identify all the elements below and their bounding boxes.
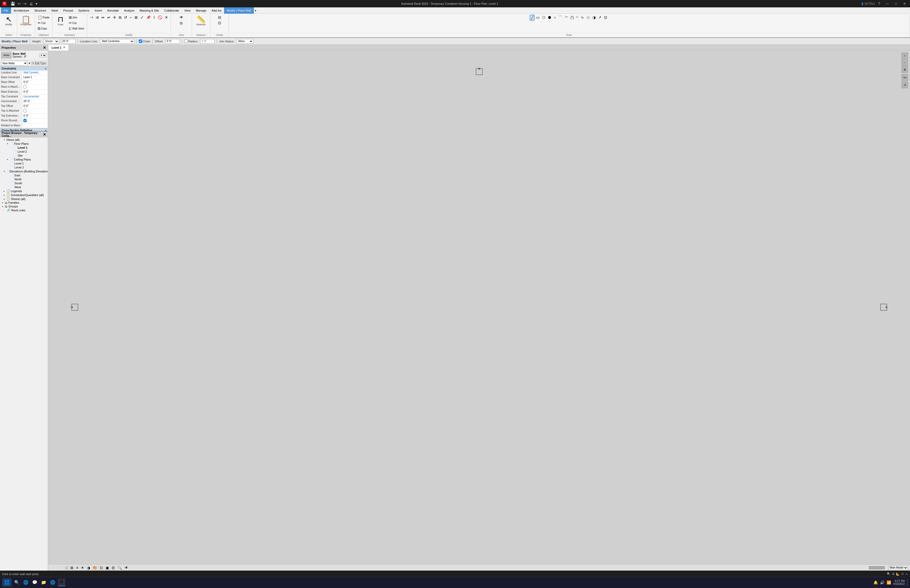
- prop-instance-select[interactable]: New Walls: [1, 61, 27, 66]
- menu-modify-place-wall[interactable]: Modify | Place Wall: [224, 7, 254, 14]
- copy-modify-btn[interactable]: ⧉: [118, 15, 123, 20]
- temp-hide-btn[interactable]: 🔍: [117, 565, 123, 570]
- canvas[interactable]: + − ⊞ Top ↺: [48, 50, 910, 564]
- qa-print[interactable]: 🖨: [28, 1, 34, 6]
- hide-element-btn[interactable]: 👁: [178, 15, 184, 20]
- annotation-crop-btn[interactable]: ⊟: [111, 565, 115, 570]
- zoom-in-btn[interactable]: +: [902, 53, 908, 59]
- circle-btn[interactable]: ○: [553, 15, 557, 20]
- mirror-draw-btn[interactable]: ⇌: [106, 15, 112, 20]
- cope-btn[interactable]: ⊓ Cope: [54, 15, 67, 27]
- start-end-arc-btn[interactable]: ⌒: [558, 15, 563, 21]
- tree-groups[interactable]: ▸ 🗂 Groups: [0, 205, 47, 208]
- tree-elevation-east[interactable]: 📄 East: [0, 173, 47, 177]
- tree-elevations[interactable]: ▾ 📄 Elevations (Building Elevation): [0, 169, 47, 173]
- vis-graphics-btn[interactable]: ⊞: [70, 565, 74, 570]
- circumscribed-polygon-btn[interactable]: ⬢: [547, 15, 552, 20]
- tree-schedules[interactable]: ▸ 📋 Schedules/Quantities (all): [0, 193, 47, 197]
- tree-floor-plans[interactable]: ▾ 📄 Floor Plans: [0, 142, 47, 145]
- spline-btn[interactable]: ∿: [580, 15, 585, 20]
- cut-geometry-btn[interactable]: ✂ Cut: [68, 20, 85, 26]
- tree-level2-plan[interactable]: 📄 Level 2: [0, 150, 47, 153]
- taskbar-start[interactable]: [2, 578, 11, 587]
- menu-massing[interactable]: Massing & Site: [137, 7, 162, 14]
- tree-revit-links[interactable]: 🔗 Revit Links: [0, 208, 47, 212]
- tree-ceiling-level1[interactable]: 📄 Level 1: [0, 162, 47, 165]
- partial-ellipse-btn[interactable]: ◑: [592, 15, 596, 20]
- move-btn[interactable]: ✛: [112, 15, 117, 20]
- cut-btn[interactable]: ✂ Cut: [37, 20, 50, 26]
- prop-type-dropdown[interactable]: ▾: [39, 53, 47, 57]
- radius-input[interactable]: [200, 39, 215, 44]
- menu-options-arrow[interactable]: ▾: [255, 9, 256, 12]
- menu-analyze[interactable]: Analyze: [121, 7, 137, 14]
- menu-systems[interactable]: Systems: [76, 7, 92, 14]
- menu-insert[interactable]: Insert: [92, 7, 105, 14]
- pick-lines-btn[interactable]: ↗: [597, 15, 603, 20]
- inscribed-polygon-btn[interactable]: ⬡: [541, 15, 546, 20]
- view-props-btn[interactable]: □: [65, 565, 68, 570]
- crop-region-btn[interactable]: ⊡: [99, 565, 103, 570]
- tree-legends[interactable]: ▸ 📋 Legends: [0, 189, 47, 193]
- paste-btn[interactable]: 📋 Paste: [37, 15, 50, 20]
- join-geometry-btn[interactable]: ⊞ Join: [68, 15, 85, 20]
- menu-view[interactable]: View: [182, 7, 193, 14]
- taskbar-revit-icon[interactable]: R: [58, 579, 65, 586]
- help-btn[interactable]: ?: [877, 1, 881, 6]
- browser-close[interactable]: ✕: [43, 132, 46, 136]
- wall-joins-btn[interactable]: ⊏ Wall Joins: [68, 26, 85, 31]
- qa-redo[interactable]: ↪: [23, 1, 27, 6]
- tree-sheets[interactable]: ▸ 📋 Sheets (all): [0, 197, 47, 201]
- menu-manage[interactable]: Manage: [193, 7, 209, 14]
- scale-btn[interactable]: ⤢: [139, 15, 145, 20]
- menu-steel[interactable]: Steel: [49, 7, 61, 14]
- split-btn[interactable]: ⌇: [152, 15, 156, 20]
- menu-structure[interactable]: Structure: [32, 7, 49, 14]
- cross-section-expand[interactable]: ◂: [45, 129, 46, 131]
- offset-btn[interactable]: ⇉: [95, 15, 100, 20]
- thin-lines-btn[interactable]: ≡: [76, 565, 79, 570]
- room-boundary-cb[interactable]: [23, 119, 27, 122]
- offset-input[interactable]: [165, 39, 180, 44]
- join-status-select[interactable]: Allow Disallow: [236, 39, 253, 44]
- tree-families[interactable]: ▸ 🗂 Families: [0, 201, 47, 205]
- taskbar-time[interactable]: 8:27 PM 4/16/2022: [893, 580, 905, 585]
- center-arc-btn[interactable]: ◠: [564, 15, 569, 20]
- crop-visible-btn[interactable]: ▣: [105, 565, 110, 570]
- radius-checkbox[interactable]: [184, 39, 188, 43]
- pick-faces-btn[interactable]: ⊡: [603, 15, 608, 20]
- trim-btn[interactable]: ⌐: [129, 15, 133, 20]
- scroll-bar-thumb[interactable]: [869, 566, 885, 569]
- base-attach-cb[interactable]: [23, 85, 27, 89]
- unpin-btn[interactable]: 🚫: [157, 15, 163, 20]
- model-select[interactable]: Main Model: [888, 565, 908, 570]
- properties-close[interactable]: ✕: [43, 46, 46, 50]
- align-btn[interactable]: ⊣: [89, 15, 94, 20]
- show-hidden-btn[interactable]: ◎: [178, 20, 184, 26]
- qa-save[interactable]: 💾: [10, 1, 16, 6]
- tree-level1-plan[interactable]: 📄 Level 1: [0, 145, 47, 150]
- taskbar-search-icon[interactable]: 🔍: [13, 579, 21, 586]
- tree-elevation-west[interactable]: 📄 West: [0, 185, 47, 189]
- taskbar-show-desktop[interactable]: [907, 579, 908, 586]
- tree-elevation-north[interactable]: 📄 North: [0, 177, 47, 181]
- canvas-tab-level1[interactable]: Level 1 ✕: [48, 45, 69, 50]
- pin-btn[interactable]: 📌: [145, 15, 152, 20]
- sun-path-btn[interactable]: ☀: [80, 565, 85, 570]
- component-btn[interactable]: ⊟: [217, 15, 222, 20]
- tree-ceiling-level2[interactable]: 📄 Level 2: [0, 165, 47, 169]
- menu-file[interactable]: File: [1, 7, 11, 14]
- menu-collaborate[interactable]: Collaborate: [162, 7, 182, 14]
- ellipse-btn[interactable]: ⬭: [586, 15, 591, 20]
- shadows-btn[interactable]: ◑: [86, 565, 91, 570]
- menu-precast[interactable]: Precast: [61, 7, 76, 14]
- chain-checkbox[interactable]: [139, 39, 142, 43]
- render-btn[interactable]: 🎨: [92, 565, 98, 570]
- menu-architecture[interactable]: Architecture: [11, 7, 32, 14]
- qa-undo[interactable]: ↩: [16, 1, 22, 6]
- constraints-expand[interactable]: ◂: [45, 67, 46, 70]
- line-btn[interactable]: ╱: [530, 15, 535, 21]
- properties-btn[interactable]: 📋 Properties: [19, 15, 33, 27]
- height-input[interactable]: [61, 39, 76, 44]
- top-attach-cb[interactable]: [23, 109, 27, 112]
